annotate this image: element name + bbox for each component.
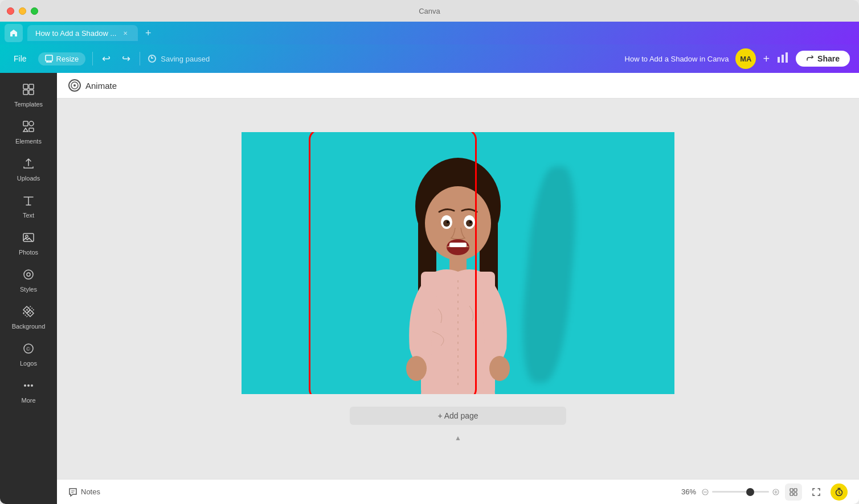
grid-view-button[interactable] xyxy=(785,483,802,501)
add-page-button[interactable]: + Add page xyxy=(350,407,566,425)
redo-button[interactable]: ↪ xyxy=(120,50,133,67)
fullscreen-button[interactable] xyxy=(808,483,825,501)
toolbar-divider-1 xyxy=(92,52,93,65)
traffic-lights xyxy=(7,7,38,15)
canvas-container: ↻ xyxy=(242,132,674,394)
zoom-in-icon xyxy=(772,489,779,495)
share-button[interactable]: Share xyxy=(796,51,850,67)
photos-icon xyxy=(22,231,35,247)
new-tab-button[interactable]: + xyxy=(140,25,156,41)
main-toolbar: File Resize ↩ ↪ Saving paused How to Add… xyxy=(0,44,859,73)
close-window-button[interactable] xyxy=(7,7,14,15)
document-title: How to Add a Shadow in Canva xyxy=(625,55,729,63)
tab-close-button[interactable]: ✕ xyxy=(121,28,130,38)
more-icon xyxy=(22,379,35,395)
templates-icon xyxy=(22,83,35,99)
canvas-wrapper: Animate ↻ xyxy=(57,73,859,504)
more-label: More xyxy=(21,397,35,404)
title-bar: Canva xyxy=(0,0,859,22)
bottom-bar: Notes 36% xyxy=(57,479,859,504)
bottom-bar-right: 36% xyxy=(681,483,848,501)
sidebar-item-styles[interactable]: Styles xyxy=(3,263,54,298)
zoom-level-display: 36% xyxy=(681,487,696,496)
tab-label: How to Add a Shadow ... xyxy=(35,29,116,38)
resize-label: Resize xyxy=(56,55,79,63)
slide-scene[interactable] xyxy=(242,132,674,394)
stats-button[interactable] xyxy=(776,51,789,67)
svg-rect-4 xyxy=(778,57,780,63)
animate-label[interactable]: Animate xyxy=(85,81,117,91)
background-label: Background xyxy=(12,323,46,330)
svg-rect-38 xyxy=(449,243,467,247)
zoom-out-icon xyxy=(702,489,709,495)
text-icon xyxy=(22,194,35,210)
animate-bar: Animate xyxy=(57,73,859,99)
app-window: Canva How to Add a Shadow ... ✕ + File R… xyxy=(0,0,859,504)
share-label: Share xyxy=(817,54,840,63)
sidebar-item-more[interactable]: More xyxy=(3,374,54,409)
toolbar-right-section: How to Add a Shadow in Canva MA + Share xyxy=(625,48,850,69)
zoom-slider[interactable] xyxy=(702,489,779,495)
svg-rect-6 xyxy=(786,52,788,63)
svg-rect-11 xyxy=(23,121,28,126)
sidebar-item-photos[interactable]: Photos xyxy=(3,226,54,261)
save-status-text: Saving paused xyxy=(161,55,210,63)
avatar[interactable]: MA xyxy=(735,48,756,69)
elements-icon xyxy=(22,120,35,136)
undo-button[interactable]: ↩ xyxy=(100,50,113,67)
maximize-window-button[interactable] xyxy=(31,7,38,15)
svg-rect-39 xyxy=(421,272,495,394)
sidebar-item-templates[interactable]: Templates xyxy=(3,77,54,113)
notes-button[interactable]: Notes xyxy=(68,487,100,497)
svg-rect-5 xyxy=(782,55,784,63)
scroll-up-arrow: ▲ xyxy=(455,434,461,442)
svg-point-22 xyxy=(27,384,30,387)
browser-tab-bar: How to Add a Shadow ... ✕ + xyxy=(0,22,859,44)
sidebar-item-uploads[interactable]: Uploads xyxy=(3,151,54,187)
resize-button[interactable]: Resize xyxy=(38,52,86,65)
svg-rect-52 xyxy=(794,489,797,491)
notes-label: Notes xyxy=(81,487,100,496)
svg-rect-10 xyxy=(29,90,34,95)
browser-tab[interactable]: How to Add a Shadow ... ✕ xyxy=(27,25,138,41)
svg-point-16 xyxy=(26,235,28,237)
styles-label: Styles xyxy=(20,286,37,293)
zoom-slider-thumb[interactable] xyxy=(746,488,754,496)
file-menu-button[interactable]: File xyxy=(9,52,31,65)
canvas-area[interactable]: ↻ xyxy=(57,99,859,479)
add-people-button[interactable]: + xyxy=(763,52,770,65)
uploads-icon xyxy=(22,157,35,173)
toolbar-divider-2 xyxy=(140,52,140,65)
add-page-bar: + Add page xyxy=(57,401,859,431)
home-button[interactable] xyxy=(5,24,23,42)
svg-point-17 xyxy=(24,270,33,279)
svg-point-33 xyxy=(443,220,450,227)
background-icon xyxy=(22,305,35,321)
minimize-window-button[interactable] xyxy=(19,7,26,15)
text-label: Text xyxy=(23,212,34,219)
save-status: Saving paused xyxy=(147,54,210,64)
svg-rect-14 xyxy=(29,128,34,132)
sidebar-item-elements[interactable]: Elements xyxy=(3,114,54,150)
sidebar-item-text[interactable]: Text xyxy=(3,189,54,224)
svg-point-12 xyxy=(29,121,34,126)
scroll-indicator: ▲ xyxy=(451,431,465,445)
zoom-slider-track[interactable] xyxy=(712,491,769,493)
svg-point-36 xyxy=(469,221,472,223)
timer-button[interactable] xyxy=(831,483,848,501)
svg-point-41 xyxy=(489,356,510,381)
svg-point-40 xyxy=(406,356,427,381)
sidebar: Templates Elements xyxy=(0,73,57,504)
photos-label: Photos xyxy=(19,249,38,256)
svg-point-34 xyxy=(466,220,473,227)
logos-icon: © xyxy=(22,342,35,358)
svg-rect-54 xyxy=(794,493,797,495)
svg-rect-9 xyxy=(23,90,28,95)
animate-icon xyxy=(68,79,81,92)
sidebar-item-logos[interactable]: © Logos xyxy=(3,337,54,372)
svg-point-35 xyxy=(447,221,449,223)
styles-icon xyxy=(22,268,35,284)
svg-rect-51 xyxy=(790,489,793,491)
sidebar-item-background[interactable]: Background xyxy=(3,300,54,335)
main-area: Templates Elements xyxy=(0,73,859,504)
